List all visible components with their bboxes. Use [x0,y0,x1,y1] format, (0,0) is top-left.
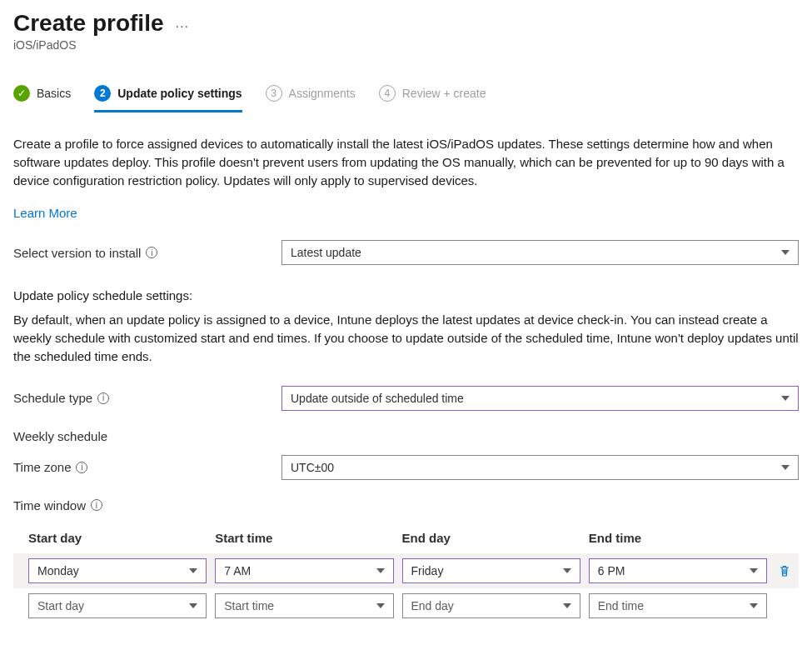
tab-update-policy-label: Update policy settings [117,87,242,100]
end-day-select[interactable]: End day [402,593,580,618]
col-start-day: Start day [28,531,207,545]
timezone-select[interactable]: UTC±00 [281,455,799,480]
schedule-settings-title: Update policy schedule settings: [13,288,799,302]
version-select[interactable]: Latest update [281,240,799,265]
trash-icon [778,564,791,578]
end-day-value: Friday [411,564,444,578]
end-time-placeholder: End time [598,599,644,612]
page-title: Create profile [13,10,164,37]
tab-review-create-label: Review + create [402,87,486,100]
chevron-down-icon [781,465,790,470]
chevron-down-icon [189,603,197,608]
start-day-select[interactable]: Start day [28,593,207,618]
timezone-label: Time zone [13,460,71,474]
time-window-label: Time window [13,498,86,512]
schedule-type-label: Schedule type [13,391,92,405]
learn-more-link[interactable]: Learn More [13,206,77,220]
chevron-down-icon [750,603,758,608]
check-icon: ✓ [13,85,30,102]
step-number-badge: 3 [266,85,282,102]
start-time-select[interactable]: Start time [215,593,393,618]
start-day-value: Monday [37,564,79,578]
chevron-down-icon [750,568,758,573]
col-end-day: End day [402,531,580,545]
end-time-select[interactable]: 6 PM [589,558,767,583]
end-time-value: 6 PM [598,564,625,578]
tab-basics-label: Basics [37,87,71,100]
version-label: Select version to install [13,246,141,260]
timezone-value: UTC±00 [291,461,334,474]
start-time-placeholder: Start time [224,599,274,612]
schedule-settings-desc: By default, when an update policy is ass… [13,311,799,365]
more-actions-button[interactable]: ... [176,16,189,31]
delete-row-button[interactable] [775,564,794,578]
col-end-time: End time [589,531,767,545]
start-day-select[interactable]: Monday [28,558,207,583]
chevron-down-icon [376,603,385,608]
version-select-value: Latest update [291,246,361,259]
policy-description: Create a profile to force assigned devic… [13,135,799,189]
time-window-table: Start day Start time End day End time Mo… [13,531,799,623]
tab-basics[interactable]: ✓ Basics [13,85,71,112]
tab-review-create[interactable]: 4 Review + create [379,85,486,112]
chevron-down-icon [563,603,571,608]
weekly-schedule-heading: Weekly schedule [13,429,799,443]
start-time-value: 7 AM [224,564,251,578]
end-day-select[interactable]: Friday [402,558,580,583]
tab-assignments-label: Assignments [289,87,356,100]
chevron-down-icon [189,568,197,573]
chevron-down-icon [376,568,385,573]
schedule-type-select[interactable]: Update outside of scheduled time [281,386,799,411]
end-time-select[interactable]: End time [589,593,767,618]
chevron-down-icon [781,396,790,401]
time-window-row: Monday 7 AM Friday 6 PM [13,553,799,588]
schedule-type-value: Update outside of scheduled time [291,392,464,405]
end-day-placeholder: End day [411,599,454,612]
info-icon[interactable]: i [97,392,109,404]
start-time-select[interactable]: 7 AM [215,558,393,583]
tab-assignments[interactable]: 3 Assignments [266,85,356,112]
chevron-down-icon [563,568,571,573]
chevron-down-icon [781,250,790,255]
info-icon[interactable]: i [146,247,157,258]
start-day-placeholder: Start day [37,599,84,612]
tab-update-policy-settings[interactable]: 2 Update policy settings [94,85,242,112]
info-icon[interactable]: i [91,499,102,511]
step-number-badge: 4 [379,85,396,102]
wizard-tabs: ✓ Basics 2 Update policy settings 3 Assi… [13,85,799,112]
step-number-badge: 2 [94,85,111,102]
page-subtitle: iOS/iPadOS [13,38,799,52]
info-icon[interactable]: i [76,462,87,473]
time-window-row-empty: Start day Start time End day End time [13,588,799,623]
col-start-time: Start time [215,531,393,545]
